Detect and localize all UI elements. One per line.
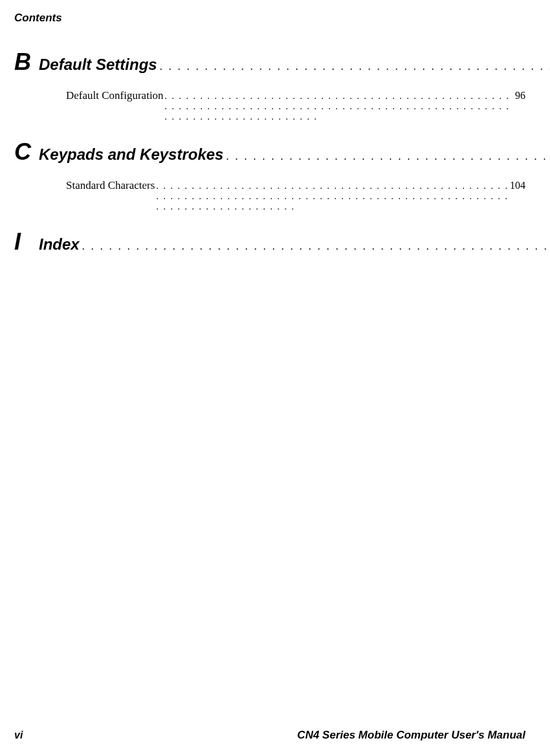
page-header: Contents — [14, 12, 62, 25]
chapter-row: I Index 109 — [14, 230, 525, 254]
sub-entry-row: Default Configuration 96 — [14, 89, 525, 122]
chapter-title: Index — [39, 235, 80, 254]
table-of-contents: B Default Settings 95 Default Configurat… — [14, 50, 525, 254]
chapter-title: Keypads and Keystrokes — [39, 146, 223, 164]
chapter-letter: I — [14, 230, 39, 254]
chapter-row: C Keypads and Keystrokes 103 — [14, 140, 525, 164]
sub-entry-title: Standard Characters — [66, 179, 155, 192]
sub-entry-title: Default Configuration — [66, 89, 164, 102]
chapter-letter: B — [14, 50, 39, 74]
sub-entry-row: Standard Characters 104 — [14, 179, 525, 212]
dot-leader — [160, 61, 550, 72]
chapter-line: Keypads and Keystrokes 103 — [39, 146, 550, 164]
chapter-letter: C — [14, 140, 39, 164]
dot-leader — [165, 91, 514, 122]
dot-leader — [226, 151, 550, 162]
chapter-line: Index 109 — [39, 235, 550, 254]
footer-page-number: vi — [14, 729, 23, 741]
dot-leader — [82, 241, 550, 252]
dot-leader — [156, 181, 509, 212]
chapter-row: B Default Settings 95 — [14, 50, 525, 74]
footer-manual-title: CN4 Series Mobile Computer User's Manual — [297, 729, 525, 742]
page-footer: vi CN4 Series Mobile Computer User's Man… — [14, 729, 525, 742]
sub-entry-page-number: 96 — [515, 90, 525, 102]
sub-entry-page-number: 104 — [510, 180, 525, 191]
chapter-title: Default Settings — [39, 56, 157, 74]
chapter-line: Default Settings 95 — [39, 56, 550, 74]
